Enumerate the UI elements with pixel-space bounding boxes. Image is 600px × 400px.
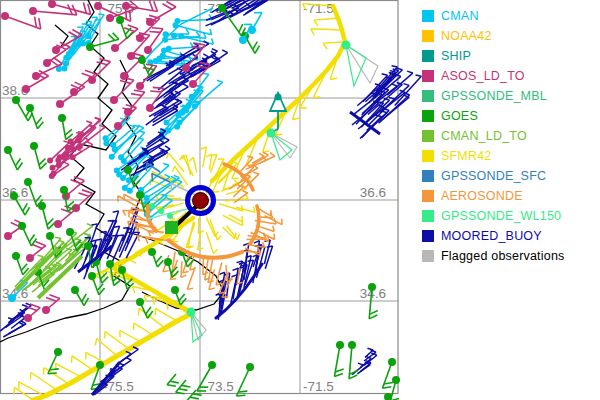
grid-label: -71.5 bbox=[303, 379, 334, 394]
legend-item-ship[interactable]: SHIP bbox=[422, 46, 565, 66]
legend-label: GPSSONDE_SFC bbox=[441, 169, 546, 183]
legend-label: Flagged observations bbox=[441, 249, 565, 263]
legend-label: CMAN_LD_TO bbox=[441, 129, 527, 143]
legend-label: SFMR42 bbox=[441, 149, 492, 163]
legend-swatch-wl150 bbox=[422, 210, 434, 222]
legend-label: GOES bbox=[441, 109, 478, 123]
legend-item-goes[interactable]: GOES bbox=[422, 106, 565, 126]
legend-label: GPSSONDE_MBL bbox=[441, 89, 547, 103]
legend-label: NOAA42 bbox=[441, 29, 492, 43]
legend-label: AEROSONDE bbox=[441, 189, 523, 203]
storm-center-symbol[interactable] bbox=[165, 188, 214, 235]
legend-swatch-aero bbox=[422, 190, 434, 202]
legend-item-mbl[interactable]: GPSSONDE_MBL bbox=[422, 86, 565, 106]
legend-item-buoy[interactable]: MOORED_BUOY bbox=[422, 226, 565, 246]
grid-label: -71.5 bbox=[303, 1, 334, 16]
legend-swatch-goes bbox=[422, 110, 434, 122]
legend-item-cman_ld[interactable]: CMAN_LD_TO bbox=[422, 126, 565, 146]
legend-label: ASOS_LD_TO bbox=[441, 69, 525, 83]
legend-label: CMAN bbox=[441, 9, 479, 23]
legend-label: MOORED_BUOY bbox=[441, 229, 542, 243]
legend-item-sfmr[interactable]: SFMR42 bbox=[422, 146, 565, 166]
legend-swatch-sfc bbox=[422, 170, 434, 182]
legend-label: GPSSONDE_WL150 bbox=[441, 209, 561, 223]
legend-panel: CMANNOAA42SHIPASOS_LD_TOGPSSONDE_MBLGOES… bbox=[422, 6, 565, 266]
legend-swatch-asos bbox=[422, 70, 434, 82]
legend-swatch-buoy bbox=[422, 230, 434, 242]
legend-item-noaa42[interactable]: NOAA42 bbox=[422, 26, 565, 46]
legend-item-wl150[interactable]: GPSSONDE_WL150 bbox=[422, 206, 565, 226]
legend-swatch-sfmr bbox=[422, 150, 434, 162]
legend-swatch-mbl bbox=[422, 90, 434, 102]
legend-label: SHIP bbox=[441, 49, 471, 63]
legend-item-flagged[interactable]: Flagged observations bbox=[422, 246, 565, 266]
legend-item-cman[interactable]: CMAN bbox=[422, 6, 565, 26]
grid-label: 36.6 bbox=[360, 185, 386, 200]
legend-swatch-cman bbox=[422, 10, 434, 22]
legend-swatch-noaa42 bbox=[422, 30, 434, 42]
grid-label: -75.5 bbox=[103, 1, 134, 16]
legend-item-sfc[interactable]: GPSSONDE_SFC bbox=[422, 166, 565, 186]
legend-item-aero[interactable]: AEROSONDE bbox=[422, 186, 565, 206]
legend-swatch-ship bbox=[422, 50, 434, 62]
legend-swatch-flagged bbox=[422, 250, 434, 262]
legend-item-asos[interactable]: ASOS_LD_TO bbox=[422, 66, 565, 86]
app-window: -75.5-73.5-71.5-75.5-73.5-71.538.636.634… bbox=[0, 0, 600, 400]
center-marker-square[interactable] bbox=[165, 221, 178, 234]
legend-swatch-cman_ld bbox=[422, 130, 434, 142]
